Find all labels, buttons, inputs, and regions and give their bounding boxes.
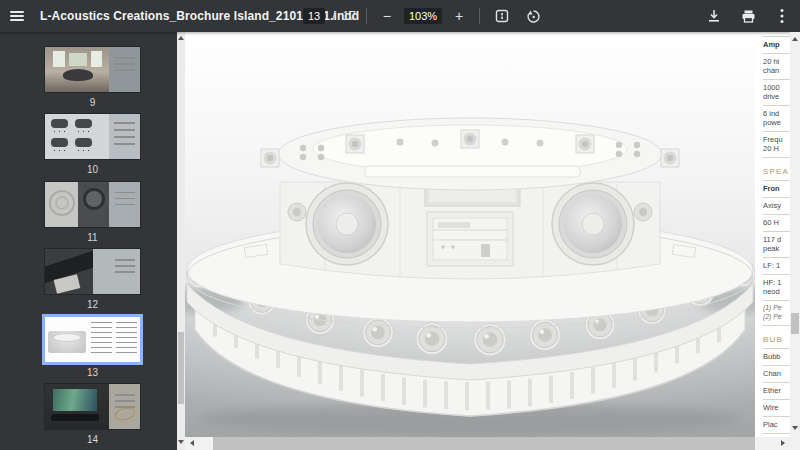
vertical-scrollbar[interactable] [790,32,800,437]
thumbnail-image[interactable] [45,182,140,227]
toolbar-divider [479,8,480,24]
spec-row: 117 dpeak [763,232,790,258]
thumbnail-page-number: 14 [45,434,140,445]
fit-to-page-icon [495,9,509,23]
print-icon [741,9,756,24]
spec-section-heading: SPEA [763,158,790,181]
hamburger-icon [10,11,24,21]
spec-row: HF: 1neod [763,275,790,301]
spec-row: 60 H [763,215,790,232]
thumbnail-image[interactable] [45,317,140,362]
page-number-input[interactable]: 13 [303,8,325,24]
spec-row: Plac [763,417,790,434]
spec-row: Frequ20 H [763,132,790,158]
pdf-toolbar: L-Acoustics Creations_Brochure Island_21… [0,0,800,32]
horizontal-scrollbar-thumb[interactable] [213,437,755,450]
zoom-in-button[interactable]: + [449,6,469,26]
scroll-right-arrow-icon[interactable] [781,440,785,446]
spec-row: 20 hichan [763,54,790,80]
zoom-out-button[interactable]: − [377,6,397,26]
thumbnail-sidebar: 91011121314 [0,32,177,450]
download-button[interactable] [702,4,726,28]
spec-row: Amp [763,36,790,54]
spec-row: (1) Pe(2) Pe [763,301,790,326]
thumbnail-page-number: 10 [45,164,140,175]
thumbnail-image[interactable] [45,384,140,429]
pdf-page-13: Amp20 hichan1000drive6 indpoweFrequ20 HS… [185,32,790,437]
scroll-down-arrow-icon[interactable] [178,440,184,444]
spec-row: 6 indpowe [763,106,790,132]
spec-section-heading: BUB [763,326,790,349]
rotate-button[interactable] [521,4,545,28]
page-separator: / [332,9,335,23]
spec-row: Bubb [763,349,790,366]
thumbnail-page-9[interactable]: 9 [45,47,140,108]
thumbnail-page-10[interactable]: 10 [45,114,140,175]
scroll-down-arrow-icon[interactable] [792,426,798,430]
spec-row: Axisy [763,198,790,215]
scroll-left-arrow-icon[interactable] [190,440,194,446]
thumbnail-image[interactable] [45,114,140,159]
menu-button[interactable] [0,0,34,32]
scroll-up-arrow-icon[interactable] [178,36,184,40]
download-icon [707,9,721,23]
thumbnail-page-12[interactable]: 12 [45,249,140,310]
horizontal-scrollbar[interactable] [185,437,790,450]
more-options-button[interactable] [770,4,794,28]
thumbnail-image[interactable] [45,47,140,92]
thumbnail-page-number: 9 [45,97,140,108]
thumbnail-page-number: 11 [45,232,140,243]
thumbnail-page-number: 13 [45,367,140,378]
page-total: 17 [343,9,356,23]
toolbar-divider [366,8,367,24]
zoom-level-input[interactable]: 103% [404,8,442,24]
spec-row: Ether [763,383,790,400]
thumbnail-page-14[interactable]: 14 [45,384,140,445]
rotate-counterclockwise-icon [526,9,541,24]
sidebar-scrollbar-thumb[interactable] [178,332,184,404]
spec-row: LF: 1 [763,258,790,275]
spec-row: 1000drive [763,80,790,106]
thumbnail-page-number: 12 [45,299,140,310]
scroll-up-arrow-icon[interactable] [792,37,798,41]
fit-to-page-button[interactable] [490,4,514,28]
spec-row: Chan [763,366,790,383]
thumbnail-image[interactable] [45,249,140,294]
sidebar-scrollbar[interactable] [177,32,185,450]
thumbnail-page-13[interactable]: 13 [45,317,140,378]
more-vertical-icon [780,8,784,24]
spec-panel: Amp20 hichan1000drive6 indpoweFrequ20 HS… [763,36,790,434]
scrollbar-corner [790,437,800,450]
island-product-photo [185,32,755,437]
spec-row: Wire [763,400,790,417]
spec-row: Fron [763,181,790,198]
print-button[interactable] [736,4,760,28]
vertical-scrollbar-thumb[interactable] [791,313,799,334]
thumbnail-page-11[interactable]: 11 [45,182,140,243]
